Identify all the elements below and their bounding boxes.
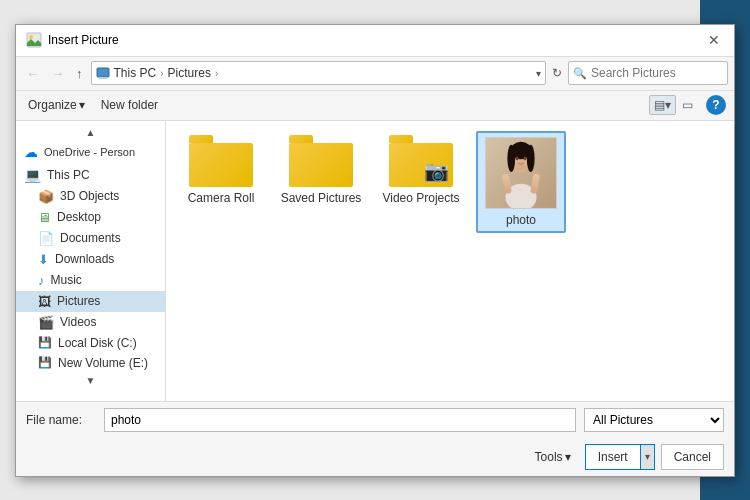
address-bar: This PC › Pictures › ▾ bbox=[91, 61, 547, 85]
folder-saved-pictures[interactable]: Saved Pictures bbox=[276, 131, 366, 233]
documents-icon: 📄 bbox=[38, 231, 54, 246]
camera-icon: 📷 bbox=[424, 159, 449, 183]
svg-rect-2 bbox=[97, 68, 109, 77]
file-name-input[interactable] bbox=[104, 408, 576, 432]
crumb-pictures[interactable]: Pictures bbox=[166, 66, 213, 80]
svg-point-13 bbox=[516, 156, 519, 160]
tools-button[interactable]: Tools ▾ bbox=[527, 447, 579, 467]
onedrive-label: OneDrive - Person bbox=[44, 146, 135, 158]
photo-label: photo bbox=[506, 213, 536, 227]
search-icon: 🔍 bbox=[573, 67, 587, 80]
file-name-row: File name: All Pictures bbox=[16, 402, 734, 438]
sidebar-item-documents[interactable]: 📄 Documents bbox=[16, 228, 165, 249]
sidebar-item-new-volume[interactable]: 💾 New Volume (E:) bbox=[16, 353, 165, 373]
insert-dropdown-button[interactable]: ▾ bbox=[640, 444, 655, 470]
sidebar-item-videos[interactable]: 🎬 Videos bbox=[16, 312, 165, 333]
svg-point-14 bbox=[523, 156, 526, 160]
folder-camera-roll-icon bbox=[189, 135, 253, 187]
svg-point-11 bbox=[507, 144, 515, 171]
sidebar-item-desktop[interactable]: 🖥 Desktop bbox=[16, 207, 165, 228]
sidebar-item-music[interactable]: ♪ Music bbox=[16, 270, 165, 291]
svg-point-1 bbox=[29, 35, 33, 39]
view-pane-button[interactable]: ▭ bbox=[677, 95, 698, 115]
new-folder-button[interactable]: New folder bbox=[97, 96, 162, 114]
search-box: 🔍 bbox=[568, 61, 728, 85]
nav-bar: ← → ↑ This PC › Pictures › ▾ ↻ 🔍 bbox=[16, 57, 734, 91]
3d-objects-icon: 📦 bbox=[38, 189, 54, 204]
folder-camera-roll[interactable]: Camera Roll bbox=[176, 131, 266, 233]
main-area: ▲ ☁ OneDrive - Person 💻 This PC 📦 3D Obj… bbox=[16, 121, 734, 401]
insert-picture-dialog: Insert Picture ✕ ← → ↑ This PC › Picture… bbox=[15, 24, 735, 477]
title-bar-left: Insert Picture bbox=[26, 32, 119, 48]
organize-button[interactable]: Organize ▾ bbox=[24, 96, 89, 114]
back-button[interactable]: ← bbox=[22, 64, 43, 83]
dialog-title: Insert Picture bbox=[48, 33, 119, 47]
sidebar-item-3d-objects[interactable]: 📦 3D Objects bbox=[16, 186, 165, 207]
forward-button[interactable]: → bbox=[47, 64, 68, 83]
insert-button[interactable]: Insert bbox=[585, 444, 640, 470]
insert-group: Insert ▾ bbox=[585, 444, 655, 470]
help-button[interactable]: ? bbox=[706, 95, 726, 115]
toolbar: Organize ▾ New folder ▤▾ ▭ ? bbox=[16, 91, 734, 121]
folder-saved-pictures-label: Saved Pictures bbox=[281, 191, 362, 205]
svg-point-12 bbox=[527, 144, 535, 171]
folder-video-projects-icon: 📷 bbox=[389, 135, 453, 187]
pictures-icon: 🖼 bbox=[38, 294, 51, 309]
refresh-button[interactable]: ↻ bbox=[550, 64, 564, 82]
new-volume-icon: 💾 bbox=[38, 356, 52, 369]
svg-rect-3 bbox=[99, 77, 107, 79]
file-area: Camera Roll Saved Pictures 📷 Video P bbox=[166, 121, 734, 401]
music-icon: ♪ bbox=[38, 273, 45, 288]
folder-video-projects-label: Video Projects bbox=[382, 191, 459, 205]
file-name-label: File name: bbox=[26, 413, 96, 427]
sidebar-item-this-pc[interactable]: 💻 This PC bbox=[16, 164, 165, 186]
this-pc-icon bbox=[96, 66, 110, 80]
view-buttons: ▤▾ ▭ bbox=[649, 95, 698, 115]
up-button[interactable]: ↑ bbox=[72, 64, 87, 83]
search-input[interactable] bbox=[591, 66, 723, 80]
local-disk-icon: 💾 bbox=[38, 336, 52, 349]
this-pc-icon: 💻 bbox=[24, 167, 41, 183]
close-button[interactable]: ✕ bbox=[702, 30, 726, 50]
desktop-icon: 🖥 bbox=[38, 210, 51, 225]
folder-camera-roll-label: Camera Roll bbox=[188, 191, 255, 205]
sidebar-item-local-disk[interactable]: 💾 Local Disk (C:) bbox=[16, 333, 165, 353]
folder-video-projects[interactable]: 📷 Video Projects bbox=[376, 131, 466, 233]
folder-saved-pictures-icon bbox=[289, 135, 353, 187]
action-row: Tools ▾ Insert ▾ Cancel bbox=[16, 438, 734, 476]
onedrive-icon: ☁ bbox=[24, 144, 38, 160]
sidebar-scroll-up[interactable]: ▲ bbox=[16, 125, 165, 140]
breadcrumb: This PC › Pictures › bbox=[96, 66, 219, 80]
view-icons-button[interactable]: ▤▾ bbox=[649, 95, 676, 115]
cancel-button[interactable]: Cancel bbox=[661, 444, 724, 470]
videos-icon: 🎬 bbox=[38, 315, 54, 330]
bottom-area: File name: All Pictures Tools ▾ Insert ▾… bbox=[16, 401, 734, 476]
sidebar-item-downloads[interactable]: ⬇ Downloads bbox=[16, 249, 165, 270]
sidebar-scroll-down[interactable]: ▼ bbox=[16, 373, 165, 388]
picture-icon bbox=[26, 32, 42, 48]
file-type-select[interactable]: All Pictures bbox=[584, 408, 724, 432]
sidebar: ▲ ☁ OneDrive - Person 💻 This PC 📦 3D Obj… bbox=[16, 121, 166, 401]
sidebar-item-onedrive[interactable]: ☁ OneDrive - Person bbox=[16, 140, 165, 164]
sidebar-item-pictures[interactable]: 🖼 Pictures bbox=[16, 291, 165, 312]
crumb-this-pc[interactable]: This PC bbox=[112, 66, 159, 80]
file-photo[interactable]: photo bbox=[476, 131, 566, 233]
photo-thumbnail bbox=[485, 137, 557, 209]
downloads-icon: ⬇ bbox=[38, 252, 49, 267]
title-bar: Insert Picture ✕ bbox=[16, 25, 734, 57]
address-dropdown-button[interactable]: ▾ bbox=[536, 68, 541, 79]
photo-preview-svg bbox=[486, 137, 556, 208]
